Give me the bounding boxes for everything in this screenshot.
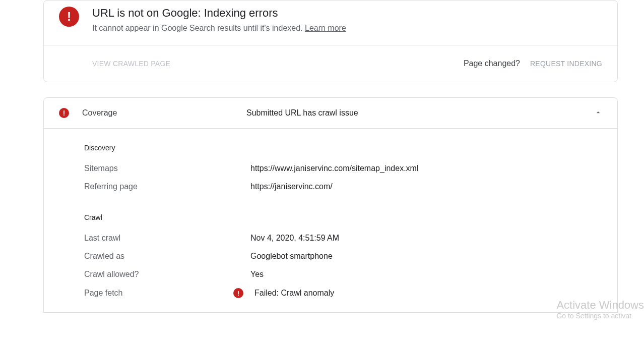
- sitemaps-value: https://www.janiservinc.com/sitemap_inde…: [250, 164, 418, 173]
- learn-more-link[interactable]: Learn more: [305, 24, 346, 32]
- status-card: ! URL is not on Google: Indexing errors …: [43, 0, 618, 82]
- crawled-as-value: Googlebot smartphone: [250, 252, 333, 261]
- crawled-as-label: Crawled as: [84, 252, 250, 261]
- last-crawl-value: Nov 4, 2020, 4:51:59 AM: [250, 234, 339, 243]
- crawled-as-row: Crawled as Googlebot smartphone: [84, 252, 602, 261]
- referring-page-label: Referring page: [84, 182, 250, 191]
- chevron-up-icon: [594, 108, 602, 118]
- crawl-allowed-row: Crawl allowed? Yes: [84, 270, 602, 279]
- crawl-allowed-value: Yes: [250, 270, 264, 279]
- actions-row: VIEW CRAWLED PAGE Page changed? REQUEST …: [44, 45, 617, 82]
- error-icon: !: [59, 7, 79, 27]
- page-changed-label: Page changed?: [464, 59, 520, 68]
- view-crawled-page-button[interactable]: VIEW CRAWLED PAGE: [92, 55, 170, 72]
- page-fetch-label: Page fetch: [84, 289, 250, 298]
- request-indexing-button[interactable]: REQUEST INDEXING: [530, 55, 602, 72]
- error-icon: !: [233, 288, 243, 298]
- status-text: URL is not on Google: Indexing errors It…: [92, 7, 346, 33]
- referring-page-row: Referring page https://janiservinc.com/: [84, 182, 602, 191]
- referring-page-value: https://janiservinc.com/: [250, 182, 333, 191]
- error-icon: !: [59, 108, 69, 118]
- coverage-card: ! Coverage Submitted URL has crawl issue…: [43, 97, 618, 313]
- crawl-section-title: Crawl: [84, 213, 602, 221]
- coverage-header[interactable]: ! Coverage Submitted URL has crawl issue: [44, 98, 617, 128]
- status-title: URL is not on Google: Indexing errors: [92, 7, 346, 20]
- coverage-label: Coverage: [82, 108, 233, 118]
- last-crawl-row: Last crawl Nov 4, 2020, 4:51:59 AM: [84, 234, 602, 243]
- sitemaps-label: Sitemaps: [84, 164, 250, 173]
- coverage-value: Submitted URL has crawl issue: [246, 108, 581, 118]
- discovery-section-title: Discovery: [84, 144, 602, 152]
- status-row: ! URL is not on Google: Indexing errors …: [44, 1, 617, 45]
- last-crawl-label: Last crawl: [84, 234, 250, 243]
- page-fetch-row: Page fetch ! Failed: Crawl anomaly: [84, 288, 602, 298]
- page-fetch-value: ! Failed: Crawl anomaly: [250, 288, 334, 298]
- sitemaps-row: Sitemaps https://www.janiservinc.com/sit…: [84, 164, 602, 173]
- status-description: It cannot appear in Google Search result…: [92, 24, 346, 33]
- crawl-allowed-label: Crawl allowed?: [84, 270, 250, 279]
- coverage-details: Discovery Sitemaps https://www.janiservi…: [44, 128, 617, 312]
